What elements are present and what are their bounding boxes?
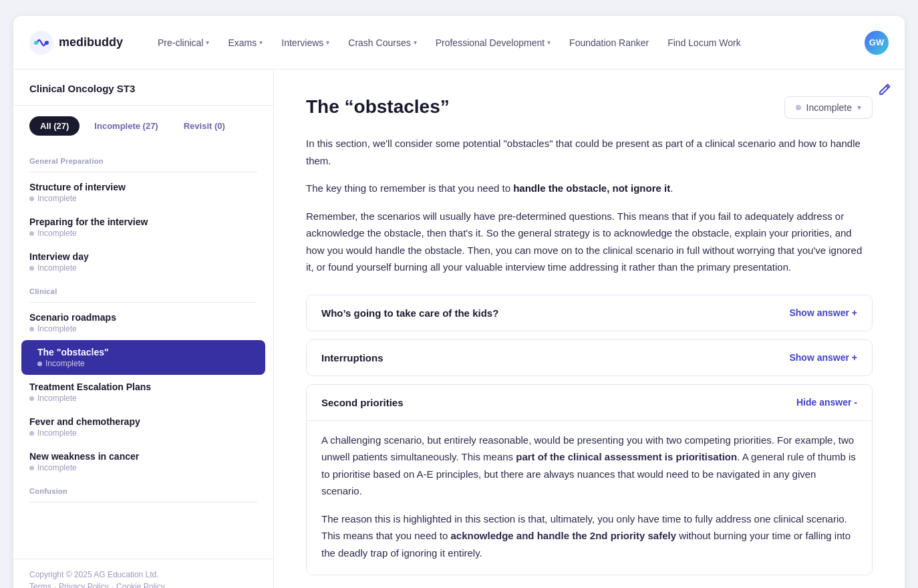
item-title: New weakness in cancer xyxy=(29,451,257,462)
sidebar-item-obstacles[interactable]: The "obstacles" Incomplete xyxy=(21,340,265,375)
status-indicator-icon xyxy=(796,105,801,110)
filter-tab-revisit[interactable]: Revisit (0) xyxy=(173,116,236,136)
accordion-header-interruptions[interactable]: Interruptions Show answer + xyxy=(307,340,872,376)
status-dot-icon xyxy=(29,396,34,401)
item-title: Fever and chemotherapy xyxy=(29,416,257,427)
logo-text: medibuddy xyxy=(59,35,123,49)
chevron-down-icon: ▾ xyxy=(259,39,263,46)
sidebar-item-interview-day[interactable]: Interview day Incomplete xyxy=(13,245,273,279)
accordion-title: Interruptions xyxy=(321,352,384,363)
sidebar: Clinical Oncology ST3 All (27) Incomplet… xyxy=(13,69,274,588)
logo[interactable]: medibuddy xyxy=(29,31,123,55)
nav-preclinical[interactable]: Pre-clinical ▾ xyxy=(150,32,217,53)
divider xyxy=(29,302,257,303)
divider xyxy=(29,172,257,172)
filter-tab-incomplete[interactable]: Incomplete (27) xyxy=(84,116,168,136)
accordion-title: Who’s going to take care of the kids? xyxy=(321,307,498,319)
svg-point-1 xyxy=(34,41,38,45)
sidebar-item-structure-interview[interactable]: Structure of interview Incomplete xyxy=(13,175,273,210)
nav-foundation-ranker[interactable]: Foundation Ranker xyxy=(561,32,657,53)
content-header: The “obstacles” Incomplete ▾ xyxy=(306,96,873,119)
accordion-item-kids: Who’s going to take care of the kids? Sh… xyxy=(306,295,873,331)
accordion-action-kids[interactable]: Show answer + xyxy=(789,307,857,318)
item-title: The "obstacles" xyxy=(37,347,249,357)
intro-p2: The key thing to remember is that you ne… xyxy=(306,180,873,197)
navbar: medibuddy Pre-clinical ▾ Exams ▾ Intervi… xyxy=(13,16,905,69)
item-status: Incomplete xyxy=(29,324,257,333)
main-content: The “obstacles” Incomplete ▾ In this sec… xyxy=(274,69,905,588)
status-dropdown[interactable]: Incomplete ▾ xyxy=(784,96,873,119)
svg-point-2 xyxy=(45,41,49,45)
accordion-action-interruptions[interactable]: Show answer + xyxy=(789,352,857,363)
item-status: Incomplete xyxy=(29,229,257,238)
avatar[interactable]: GW xyxy=(865,31,889,55)
content-body: In this section, we'll consider some pot… xyxy=(306,135,873,276)
filter-tabs: All (27) Incomplete (27) Revisit (0) xyxy=(13,106,273,144)
privacy-link[interactable]: Privacy Policy xyxy=(59,582,109,588)
accordion-body-p2: The reason this is highlighted in this s… xyxy=(321,510,857,562)
course-title: Clinical Oncology ST3 xyxy=(13,69,273,106)
accordion-body-p1: A challenging scenario, but entirely rea… xyxy=(321,432,857,500)
chevron-down-icon: ▾ xyxy=(326,39,329,46)
body-layout: Clinical Oncology ST3 All (27) Incomplet… xyxy=(13,69,905,588)
item-title: Interview day xyxy=(29,251,257,262)
accordion-header-kids[interactable]: Who’s going to take care of the kids? Sh… xyxy=(307,295,872,331)
sidebar-item-treatment-escalation[interactable]: Treatment Escalation Plans Incomplete xyxy=(13,375,273,410)
sidebar-item-preparing-interview[interactable]: Preparing for the interview Incomplete xyxy=(13,210,273,245)
nav-professional-development[interactable]: Professional Development ▾ xyxy=(428,32,559,53)
section-label-clinical: Clinical xyxy=(13,279,273,299)
nav-exams[interactable]: Exams ▾ xyxy=(220,32,271,53)
chevron-down-icon: ▾ xyxy=(414,39,417,46)
accordion-body-second-priorities: A challenging scenario, but entirely rea… xyxy=(307,420,872,575)
status-dot-icon xyxy=(29,196,34,201)
chevron-down-icon: ▾ xyxy=(857,103,861,112)
item-title: Scenario roadmaps xyxy=(29,312,257,323)
copyright-text: Copyright © 2025 AG Education Ltd. xyxy=(29,570,257,579)
item-status: Incomplete xyxy=(29,394,257,403)
accordion-item-interruptions: Interruptions Show answer + xyxy=(306,339,873,376)
footer-links: Terms · Privacy Policy · Cookie Policy xyxy=(29,582,257,588)
accordion-action-second-priorities[interactable]: Hide answer - xyxy=(796,397,857,408)
nav-find-locum[interactable]: Find Locum Work xyxy=(659,32,748,53)
item-status: Incomplete xyxy=(29,194,257,203)
status-dot-icon xyxy=(29,231,34,236)
edit-icon[interactable] xyxy=(878,83,891,100)
item-title: Treatment Escalation Plans xyxy=(29,382,257,392)
sidebar-item-new-weakness[interactable]: New weakness in cancer Incomplete xyxy=(13,444,273,479)
cookie-link[interactable]: Cookie Policy xyxy=(116,582,165,588)
nav-links: Pre-clinical ▾ Exams ▾ Interviews ▾ Cras… xyxy=(150,32,849,53)
section-label-general-prep: General Preparation xyxy=(13,149,273,169)
item-status: Incomplete xyxy=(29,263,257,273)
intro-p3: Remember, the scenarios will usually hav… xyxy=(306,208,873,276)
accordion-item-second-priorities: Second priorities Hide answer - A challe… xyxy=(306,384,873,576)
status-label: Incomplete xyxy=(806,102,852,113)
accordion-header-second-priorities[interactable]: Second priorities Hide answer - xyxy=(307,385,872,420)
terms-link[interactable]: Terms xyxy=(29,582,51,588)
medibuddy-logo-icon xyxy=(29,31,53,55)
accordion: Who’s going to take care of the kids? Sh… xyxy=(306,295,873,576)
section-label-confusion: Confusion xyxy=(13,479,273,499)
status-dot-icon xyxy=(29,431,34,436)
sidebar-item-scenario-roadmaps[interactable]: Scenario roadmaps Incomplete xyxy=(13,305,273,340)
chevron-down-icon: ▾ xyxy=(206,39,209,46)
status-dot-icon xyxy=(29,327,34,331)
divider xyxy=(29,502,257,502)
item-status: Incomplete xyxy=(37,359,249,368)
item-title: Structure of interview xyxy=(29,182,257,192)
intro-p1: In this section, we'll consider some pot… xyxy=(306,135,873,169)
item-status: Incomplete xyxy=(29,428,257,438)
status-dot-icon xyxy=(29,466,34,470)
chevron-down-icon: ▾ xyxy=(547,39,551,46)
item-title: Preparing for the interview xyxy=(29,216,257,227)
status-dot-icon xyxy=(37,361,42,366)
accordion-title: Second priorities xyxy=(321,397,404,408)
page-title: The “obstacles” xyxy=(306,96,450,118)
status-dot-icon xyxy=(29,266,34,271)
sidebar-content: General Preparation Structure of intervi… xyxy=(13,144,273,559)
sidebar-item-fever-chemo[interactable]: Fever and chemotherapy Incomplete xyxy=(13,410,273,444)
nav-interviews[interactable]: Interviews ▾ xyxy=(273,32,337,53)
item-status: Incomplete xyxy=(29,463,257,472)
nav-crash-courses[interactable]: Crash Courses ▾ xyxy=(340,32,424,53)
filter-tab-all[interactable]: All (27) xyxy=(29,116,80,136)
sidebar-footer: Copyright © 2025 AG Education Ltd. Terms… xyxy=(13,559,273,588)
